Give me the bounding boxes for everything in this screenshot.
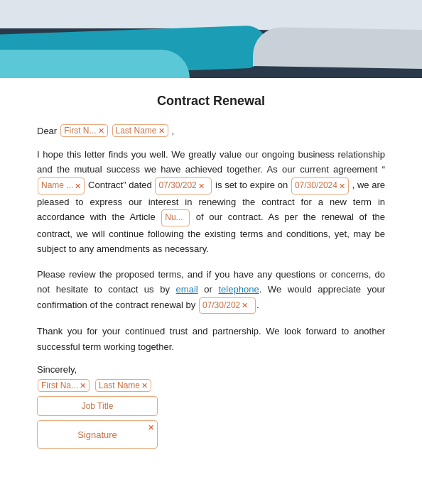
header-area bbox=[0, 0, 422, 78]
signer-last-name-field[interactable]: Last Name ✕ bbox=[95, 379, 151, 392]
paragraph-2: Please review the proposed terms, and if… bbox=[37, 267, 385, 314]
contract-date-field[interactable]: 07/30/202✕ bbox=[155, 177, 212, 195]
paragraph-3: Thank you for your continued trust and p… bbox=[37, 324, 385, 354]
page-container: Contract Renewal Dear First N... ✕ Last … bbox=[0, 0, 422, 504]
salutation-line: Dear First N... ✕ Last Name ✕ , bbox=[37, 124, 385, 137]
signer-first-name-field[interactable]: First Na... ✕ bbox=[38, 379, 90, 392]
dear-label: Dear bbox=[37, 126, 57, 136]
sincerely-section: Sincerely, First Na... ✕ Last Name ✕ Job… bbox=[37, 364, 385, 449]
p1-contract-label: Contract” dated bbox=[85, 180, 154, 190]
confirmation-date-field[interactable]: 07/30/202✕ bbox=[199, 297, 256, 314]
required-star: ✕ bbox=[339, 180, 345, 192]
expire-date-field[interactable]: 07/30/2024✕ bbox=[291, 177, 349, 195]
paragraph-1: I hope this letter finds you well. We gr… bbox=[37, 147, 385, 257]
content-area: Contract Renewal Dear First N... ✕ Last … bbox=[0, 78, 422, 470]
required-star: ✕ bbox=[141, 381, 148, 390]
wave-gray-right bbox=[253, 27, 422, 69]
required-star: ✕ bbox=[98, 126, 104, 136]
required-star: ✕ bbox=[242, 299, 248, 312]
required-star: ✕ bbox=[75, 180, 81, 192]
p3-text: Thank you for your continued trust and p… bbox=[37, 326, 385, 351]
signer-name-row: First Na... ✕ Last Name ✕ bbox=[37, 379, 385, 392]
comma: , bbox=[172, 126, 175, 136]
required-star: ✕ bbox=[198, 180, 205, 192]
article-number-field[interactable]: Nu... bbox=[161, 209, 190, 226]
signature-field[interactable]: Signature ✕ bbox=[37, 420, 158, 449]
required-star: ✕ bbox=[148, 423, 154, 432]
job-title-field[interactable]: Job Title bbox=[37, 396, 158, 416]
first-name-field[interactable]: First N... ✕ bbox=[60, 124, 107, 137]
contract-name-field[interactable]: Name ...✕ bbox=[38, 177, 85, 195]
p1-expire-label: is set to expire on bbox=[212, 180, 291, 190]
p2-or: or bbox=[198, 284, 219, 295]
p2-end: . bbox=[256, 300, 259, 310]
wave-light-blue bbox=[0, 50, 190, 78]
required-star: ✕ bbox=[158, 126, 165, 136]
last-name-field[interactable]: Last Name ✕ bbox=[112, 124, 168, 137]
p1-text-pre: I hope this letter finds you well. We gr… bbox=[37, 149, 385, 175]
telephone-link[interactable]: telephone bbox=[219, 284, 259, 295]
email-link[interactable]: email bbox=[176, 284, 198, 295]
document-title: Contract Renewal bbox=[37, 94, 385, 109]
required-star: ✕ bbox=[80, 381, 86, 390]
sincerely-label: Sincerely, bbox=[37, 364, 385, 375]
